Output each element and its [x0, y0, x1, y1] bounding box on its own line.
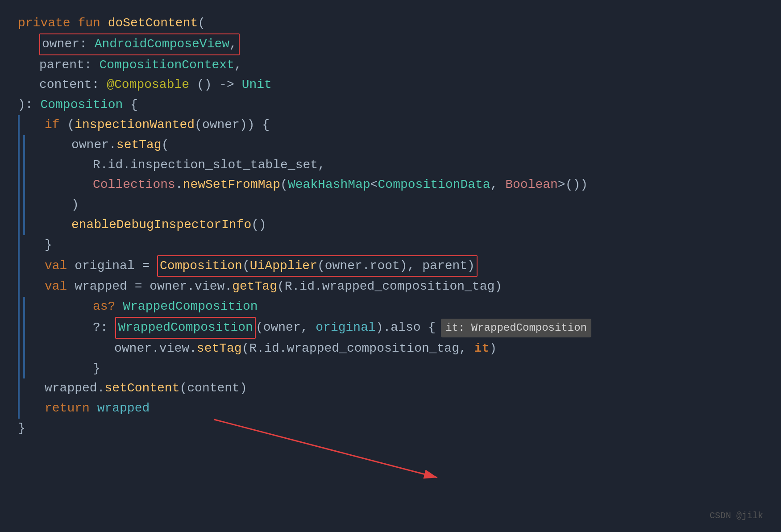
code-container: private fun doSetContent( owner: Android… — [0, 0, 781, 452]
code-line-17: owner.view.setTag(R.id.wrapped_compositi… — [18, 339, 763, 359]
code-line-5: ): Composition { — [18, 95, 763, 115]
paren-open: ( — [198, 13, 205, 33]
code-line-8: R.id.inspection_slot_table_set, — [18, 155, 763, 175]
code-line-16: ?: WrappedComposition(owner, original).a… — [18, 317, 763, 339]
keyword-private: private — [18, 13, 78, 33]
code-line-7: owner.setTag( — [18, 135, 763, 155]
code-line-13: val original = Composition(UiApplier(own… — [18, 255, 763, 277]
code-line-9: Collections.newSetFromMap(WeakHashMap<Co… — [18, 175, 763, 195]
redbox-owner: owner: AndroidComposeView, — [39, 33, 240, 55]
code-line-15: as? WrappedComposition — [18, 297, 763, 317]
redbox-composition: Composition(UiApplier(owner.root), paren… — [157, 255, 478, 277]
code-line-20: return wrapped — [18, 399, 763, 419]
code-line-12: } — [18, 235, 763, 255]
code-line-11: enableDebugInspectorInfo() — [18, 215, 763, 235]
code-line-3: parent: CompositionContext, — [18, 55, 763, 75]
code-line-6: if (inspectionWanted(owner)) { — [18, 115, 763, 135]
code-line-1: private fun doSetContent( — [18, 13, 763, 33]
code-line-18: } — [18, 359, 763, 379]
keyword-fun: fun — [78, 13, 108, 33]
fn-name: doSetContent — [108, 13, 198, 33]
code-line-4: content: @Composable () -> Unit — [18, 75, 763, 95]
redbox-wrappedcomposition: WrappedComposition — [115, 317, 255, 339]
param-owner: owner — [42, 37, 79, 51]
code-line-19: wrapped.setContent(content) — [18, 378, 763, 399]
code-line-10: ) — [18, 195, 763, 215]
tooltip-it: it: WrappedComposition — [441, 319, 591, 337]
code-line-2: owner: AndroidComposeView, — [18, 33, 763, 55]
code-line-21: } — [18, 419, 763, 439]
code-line-14: val wrapped = owner.view.getTag(R.id.wra… — [18, 277, 763, 297]
watermark: CSDN @jilk — [710, 509, 763, 523]
